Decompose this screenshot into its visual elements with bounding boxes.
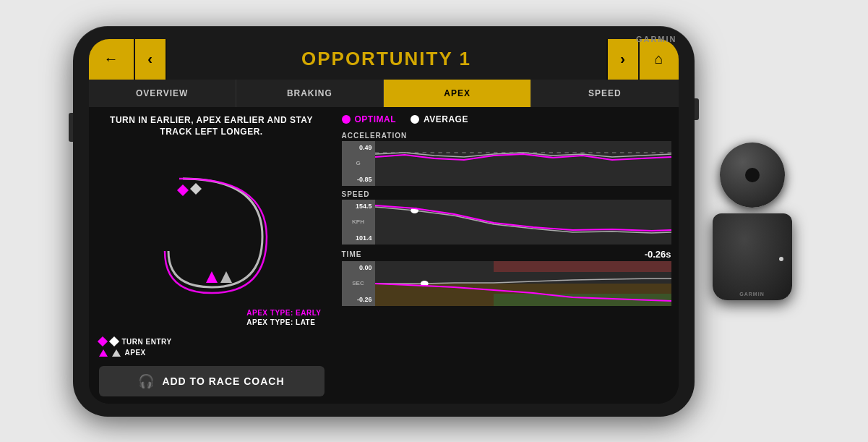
apex-type-late: APEX TYPE: LATE [246, 318, 321, 326]
svg-marker-0 [177, 184, 189, 196]
svg-rect-6 [375, 141, 671, 186]
turn-entry-diamond-pink [97, 336, 107, 347]
instruction-text: TURN IN EARLIER, APEX EARLIER AND STAY T… [99, 114, 325, 139]
accel-val-bot: -0.85 [345, 176, 372, 183]
apex-type-early: APEX TYPE: EARLY [246, 309, 321, 317]
screen: ← ‹ OPPORTUNITY 1 › ⌂ OVERVIEW [89, 39, 679, 404]
time-values: 0.00 SEC -0.26 [342, 261, 375, 306]
next-button[interactable]: › [606, 39, 638, 80]
tab-overview-label: OVERVIEW [136, 88, 188, 98]
legend-turn-entry: TURN ENTRY [99, 338, 325, 346]
svg-marker-2 [206, 271, 218, 283]
time-chart-section: TIME -0.26s 0.00 SEC -0.26 [342, 249, 671, 306]
scene: GARMIN ← ‹ OPPORTUNITY 1 › ⌂ [73, 26, 796, 417]
add-button-label: ADD TO RACE COACH [162, 375, 284, 387]
speed-graph [375, 200, 671, 245]
average-label: AVERAGE [424, 114, 468, 124]
legend-apex: APEX [99, 349, 325, 357]
headphone-icon: 🎧 [138, 373, 155, 389]
back-button[interactable]: ← [89, 39, 135, 80]
accel-val-unit: G [345, 160, 372, 166]
speed-val-top: 154.5 [345, 203, 372, 210]
svg-marker-4 [99, 349, 108, 357]
speed-chart-row: 154.5 KPH 101.4 [342, 200, 671, 245]
svg-marker-5 [112, 349, 121, 357]
time-val-bot: -0.26 [345, 296, 372, 303]
time-delta-value: -0.26s [645, 249, 671, 260]
acceleration-chart-row: 0.49 G -0.85 [342, 141, 671, 186]
chevron-left-icon: ‹ [147, 51, 152, 67]
acceleration-graph [375, 141, 671, 186]
legend-optimal: OPTIMAL [342, 114, 397, 124]
tab-bar: OVERVIEW BRAKING APEX SPEED [89, 80, 679, 107]
tab-braking[interactable]: BRAKING [236, 80, 384, 107]
knob-dial[interactable] [720, 143, 785, 208]
knob-indicator-dot [779, 257, 783, 261]
garmin-logo: GARMIN [636, 35, 677, 43]
acceleration-chart-section: ACCELERATION 0.49 G -0.85 [342, 132, 671, 186]
knob-garmin-label: GARMIN [739, 292, 764, 297]
top-bar: ← ‹ OPPORTUNITY 1 › ⌂ [89, 39, 679, 80]
svg-rect-12 [494, 261, 671, 272]
time-label: TIME [342, 250, 362, 258]
apex-triangle-pink [99, 349, 108, 357]
tab-apex-label: APEX [444, 88, 470, 98]
tab-overview[interactable]: OVERVIEW [89, 80, 236, 107]
speed-values: 154.5 KPH 101.4 [342, 200, 375, 245]
knob-body: GARMIN [713, 213, 792, 300]
turn-entry-label: TURN ENTRY [122, 338, 172, 346]
speed-chart-section: SPEED 154.5 KPH 101.4 [342, 190, 671, 245]
track-diagram: APEX TYPE: EARLY APEX TYPE: LATE [99, 144, 325, 328]
left-panel: TURN IN EARLIER, APEX EARLIER AND STAY T… [89, 107, 335, 404]
svg-marker-3 [220, 271, 232, 283]
accel-val-top: 0.49 [345, 144, 372, 151]
tab-braking-label: BRAKING [287, 88, 332, 98]
tab-apex[interactable]: APEX [384, 80, 531, 107]
time-chart-row: 0.00 SEC -0.26 [342, 261, 671, 306]
speed-label: SPEED [342, 190, 671, 198]
add-to-race-coach-button[interactable]: 🎧 ADD TO RACE COACH [99, 366, 325, 396]
acceleration-values: 0.49 G -0.85 [342, 141, 375, 186]
back-arrow-icon: ← [104, 51, 119, 67]
prev-button[interactable]: ‹ [135, 39, 167, 80]
optimal-label: OPTIMAL [355, 114, 397, 124]
average-dot [411, 115, 419, 124]
knob-device: GARMIN [709, 143, 796, 300]
right-panel: OPTIMAL AVERAGE ACCELERATION 0.49 [335, 107, 679, 404]
chevron-right-icon: › [620, 51, 625, 67]
tab-speed[interactable]: SPEED [531, 80, 678, 107]
main-content: TURN IN EARLIER, APEX EARLIER AND STAY T… [89, 107, 679, 404]
speed-val-bot: 101.4 [345, 234, 372, 242]
svg-marker-1 [190, 183, 202, 195]
legend: TURN ENTRY APEX [99, 335, 325, 360]
turn-entry-diamond-white [108, 336, 119, 347]
apex-triangle-white [112, 349, 121, 357]
time-val-unit: SEC [345, 280, 372, 286]
tab-speed-label: SPEED [588, 88, 622, 98]
acceleration-label: ACCELERATION [342, 132, 671, 140]
time-graph [375, 261, 671, 306]
speed-val-unit: KPH [345, 218, 372, 225]
garmin-device: GARMIN ← ‹ OPPORTUNITY 1 › ⌂ [73, 26, 695, 417]
time-chart-header: TIME -0.26s [342, 249, 671, 260]
time-val-top: 0.00 [345, 264, 372, 271]
chart-legend: OPTIMAL AVERAGE [342, 113, 671, 127]
svg-rect-8 [375, 200, 671, 245]
home-icon: ⌂ [654, 51, 663, 67]
apex-label: APEX [125, 349, 146, 357]
legend-average: AVERAGE [411, 114, 468, 124]
track-svg [139, 164, 284, 309]
home-button[interactable]: ⌂ [638, 39, 679, 80]
optimal-dot [342, 115, 351, 124]
page-title: OPPORTUNITY 1 [167, 39, 606, 80]
